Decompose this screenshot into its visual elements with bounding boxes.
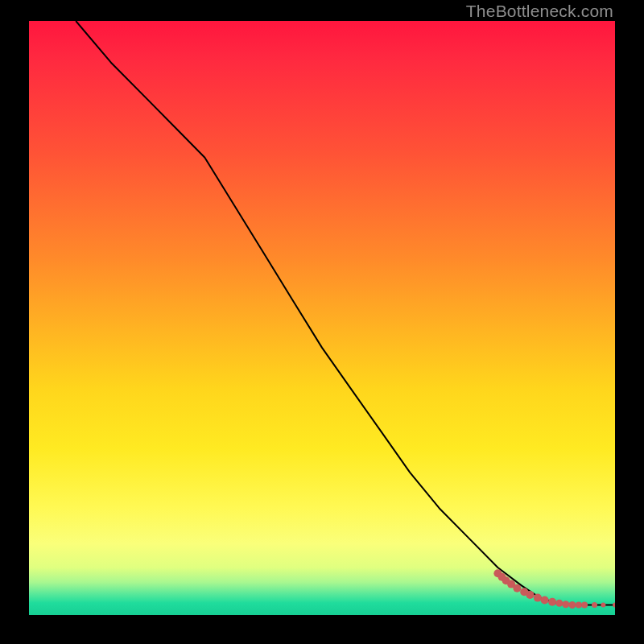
scatter-point [513, 584, 521, 592]
scatter-point [568, 601, 576, 609]
chart-svg [29, 21, 615, 615]
watermark-text: TheBottleneck.com [466, 2, 613, 21]
scatter-point [581, 602, 588, 609]
scatter-point [534, 594, 542, 602]
scatter-point [555, 600, 563, 607]
curve-line [76, 21, 615, 605]
scatter-point [541, 597, 549, 605]
scatter-point [548, 598, 556, 606]
chart-container: TheBottleneck.com [0, 0, 644, 644]
scatter-point [562, 601, 569, 608]
scatter-point [613, 603, 615, 608]
curve-path [76, 21, 615, 605]
plot-area [29, 21, 615, 615]
scatter-point [526, 591, 534, 599]
scatter-points [493, 569, 615, 609]
scatter-point [592, 602, 597, 608]
scatter-point [601, 603, 605, 608]
scatter-point [576, 602, 582, 609]
